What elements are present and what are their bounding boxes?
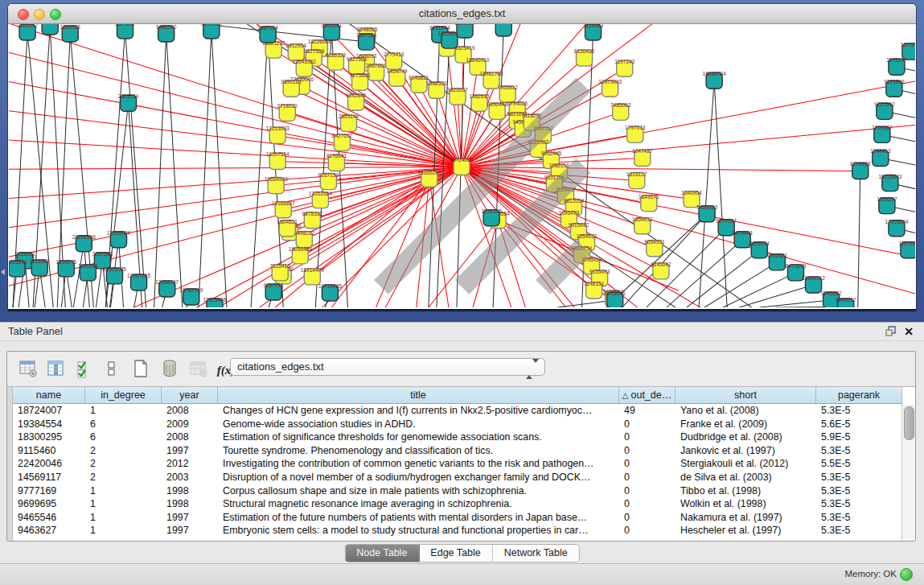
table-cell[interactable]: 1 [85, 404, 162, 418]
delete-table-icon[interactable] [158, 357, 181, 380]
tab-network-table[interactable]: Network Table [493, 545, 579, 562]
table-cell[interactable]: Nakamura et al. (1997) [676, 511, 816, 525]
table-type-tabs[interactable]: Node TableEdge TableNetwork Table [344, 544, 579, 562]
table-cell[interactable]: 18724007 [13, 404, 85, 418]
float-panel-icon[interactable] [884, 324, 898, 339]
close-panel-icon[interactable]: ✕ [901, 324, 916, 339]
collapse-panel-arrow-icon[interactable] [1, 269, 5, 275]
table-row[interactable]: 946362711997Embryonic stem cells: a mode… [13, 524, 902, 538]
table-source-dropdown[interactable]: citations_edges.txt [230, 358, 545, 376]
table-row[interactable]: 1456911722003Disruption of a novel membe… [13, 471, 902, 484]
column-header-pagerank[interactable]: pagerank [816, 387, 902, 404]
table-cell[interactable]: 49 [619, 404, 676, 418]
table-cell[interactable]: 5.3E-5 [816, 511, 902, 525]
table-cell[interactable]: 0 [619, 524, 676, 538]
table-cell[interactable]: 9115460 [13, 444, 85, 458]
table-cell[interactable]: 0 [619, 511, 676, 525]
table-cell[interactable]: Dudbridge et al. (2008) [676, 431, 816, 444]
table-cell[interactable]: Corpus callosum shape and size in male p… [218, 484, 619, 498]
table-cell[interactable]: 5.3E-5 [816, 471, 902, 484]
table-row[interactable]: 911546021997Tourette syndrome. Phenomeno… [13, 444, 902, 458]
table-cell[interactable]: 0 [619, 457, 676, 471]
table-cell[interactable]: 2003 [162, 471, 218, 484]
table-cell[interactable]: 5.3E-5 [816, 497, 902, 511]
table-cell[interactable]: Changes of HCN gene expression and I(f) … [218, 404, 619, 418]
table-cell[interactable]: 2 [85, 457, 162, 471]
column-header-title[interactable]: title [218, 387, 619, 404]
tab-edge-table[interactable]: Edge Table [419, 545, 492, 562]
table-cell[interactable]: de Silva et al. (2003) [676, 471, 816, 484]
table-row[interactable]: 969969511998Structural magnetic resonanc… [13, 497, 902, 511]
table-cell[interactable]: 0 [619, 497, 676, 511]
table-row[interactable]: 1938455462009Genome-wide association stu… [13, 418, 902, 431]
table-cell[interactable]: Estimation of significance thresholds fo… [218, 431, 619, 444]
table-cell[interactable]: 0 [619, 418, 676, 431]
table-cell[interactable]: Investigating the contribution of common… [218, 457, 619, 471]
table-cell[interactable]: Hescheler et al. (1997) [676, 524, 816, 538]
vertical-scrollbar[interactable] [901, 404, 915, 541]
table-settings-icon[interactable] [17, 357, 39, 380]
table-cell[interactable]: 9465546 [13, 511, 85, 525]
resize-grip-icon[interactable] [9, 24, 915, 307]
table-cell[interactable]: 2009 [162, 418, 218, 431]
table-cell[interactable]: 1997 [162, 511, 218, 525]
table-cell[interactable]: 9777169 [13, 484, 85, 498]
table-cell[interactable]: 1998 [162, 484, 218, 498]
table-cell[interactable]: 1 [85, 524, 162, 538]
table-body[interactable]: 1872400712008Changes of HCN gene express… [13, 404, 902, 541]
table-cell[interactable]: 2012 [162, 457, 218, 471]
table-cell[interactable]: Estimation of the future numbers of pati… [218, 511, 619, 525]
row-selection-icon[interactable] [101, 357, 123, 380]
table-cell[interactable]: 19384554 [13, 418, 85, 431]
table-cell[interactable]: 5.3E-5 [816, 524, 902, 538]
table-cell[interactable]: 2 [85, 444, 162, 458]
table-cell[interactable]: Structural magnetic resonance image aver… [218, 497, 619, 511]
column-header-in_degree[interactable]: in_degree [85, 387, 162, 404]
table-cell[interactable]: 5.3E-5 [816, 444, 902, 458]
table-row[interactable]: 1872400712008Changes of HCN gene express… [13, 404, 902, 418]
table-cell[interactable]: 0 [619, 444, 676, 458]
table-cell[interactable]: 2008 [162, 431, 218, 444]
table-cell[interactable]: 1997 [162, 444, 218, 458]
table-cell[interactable]: 5.5E-5 [816, 457, 902, 471]
network-window[interactable]: citations_edges.txt 18724007183002951938… [8, 4, 916, 309]
table-cell[interactable]: 9699695 [13, 497, 85, 511]
tab-node-table[interactable]: Node Table [345, 545, 419, 562]
table-cell[interactable]: 1 [85, 484, 162, 498]
column-header-short[interactable]: short [676, 387, 816, 404]
table-cell[interactable]: 6 [85, 418, 162, 431]
table-cell[interactable]: Disruption of a novel member of a sodium… [218, 471, 619, 484]
new-table-icon[interactable] [129, 357, 152, 380]
table-cell[interactable]: Yano et al. (2008) [676, 404, 816, 418]
table-cell[interactable]: 5.3E-5 [816, 484, 902, 498]
table-cell[interactable]: 0 [619, 484, 676, 498]
table-cell[interactable]: Genome-wide association studies in ADHD. [218, 418, 619, 431]
table-cell[interactable]: 1 [85, 497, 162, 511]
select-all-icon[interactable] [73, 357, 96, 380]
table-cell[interactable]: 1998 [162, 497, 218, 511]
table-cell[interactable]: 6 [85, 431, 162, 444]
network-window-titlebar[interactable]: citations_edges.txt [8, 4, 916, 24]
table-cell[interactable]: 14569117 [13, 471, 85, 484]
table-row[interactable]: 2242004622012Investigating the contribut… [13, 457, 902, 471]
table-cell[interactable]: 1997 [162, 524, 218, 538]
table-row[interactable]: 1830029562008Estimation of significance … [13, 431, 902, 444]
table-cell[interactable]: Embryonic stem cells: a model to study s… [218, 524, 619, 538]
table-cell[interactable]: 9463627 [13, 524, 85, 538]
table-cell[interactable]: 5.3E-5 [816, 404, 902, 418]
table-cell[interactable]: Stergiakouli et al. (2012) [676, 457, 816, 471]
table-cell[interactable]: 2008 [162, 404, 218, 418]
table-cell[interactable]: 1 [85, 511, 162, 525]
table-cell[interactable]: Tourette syndrome. Phenomenology and cla… [218, 444, 619, 458]
table-cell[interactable]: Wolkin et al. (1998) [676, 497, 816, 511]
column-visibility-icon[interactable] [44, 357, 67, 380]
table-cell[interactable]: 0 [619, 431, 676, 444]
table-cell[interactable]: Tibbo et al. (1998) [676, 484, 816, 498]
table-row[interactable]: 946554611997Estimation of the future num… [13, 511, 902, 525]
table-cell[interactable]: 5.6E-5 [816, 418, 902, 431]
table-cell[interactable]: Jankovic et al. (1997) [676, 444, 816, 458]
scrollbar-thumb[interactable] [904, 406, 914, 440]
table-cell[interactable]: 18300295 [13, 431, 85, 444]
column-header-name[interactable]: name [13, 387, 85, 404]
table-cell[interactable]: 5.9E-5 [816, 431, 902, 444]
